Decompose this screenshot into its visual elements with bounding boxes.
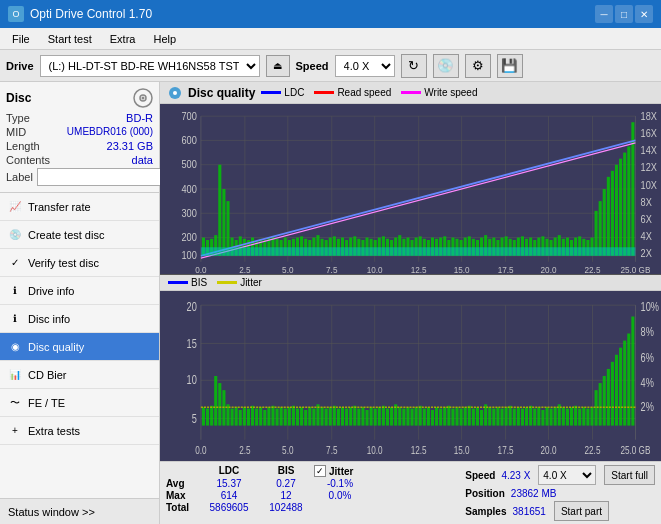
position-label: Position	[465, 488, 504, 499]
close-button[interactable]: ✕	[635, 5, 653, 23]
label-input[interactable]	[37, 168, 170, 186]
start-full-button[interactable]: Start full	[604, 465, 655, 485]
mid-label: MID	[6, 126, 26, 138]
svg-rect-288	[586, 409, 589, 426]
samples-label: Samples	[465, 506, 506, 517]
svg-text:17.5: 17.5	[498, 444, 514, 457]
svg-rect-233	[361, 407, 364, 425]
svg-rect-296	[619, 348, 622, 426]
svg-rect-154	[623, 153, 626, 256]
sidebar-item-extra-tests[interactable]: + Extra tests	[0, 417, 159, 445]
jitter-checkbox[interactable]: ✓	[314, 465, 326, 477]
sidebar-item-disc-quality[interactable]: ◉ Disc quality	[0, 333, 159, 361]
menu-extra[interactable]: Extra	[102, 31, 144, 47]
verify-disc-icon: ✓	[8, 256, 22, 270]
svg-rect-228	[341, 407, 344, 425]
svg-text:700: 700	[181, 110, 197, 122]
speed-value: 4.23 X	[501, 470, 530, 481]
type-value: BD-R	[126, 112, 153, 124]
svg-text:0.0: 0.0	[195, 264, 206, 274]
svg-rect-285	[574, 406, 577, 426]
svg-rect-269	[509, 406, 512, 426]
svg-rect-284	[570, 407, 573, 425]
sidebar-item-verify-test-disc[interactable]: ✓ Verify test disc	[0, 249, 159, 277]
svg-text:22.5: 22.5	[585, 264, 601, 274]
transfer-rate-label: Transfer rate	[28, 201, 91, 213]
svg-rect-297	[623, 341, 626, 426]
settings-button[interactable]: ⚙	[465, 54, 491, 78]
svg-rect-205	[247, 409, 250, 426]
disc-quality-icon: ◉	[8, 340, 22, 354]
svg-rect-287	[582, 407, 585, 425]
menu-file[interactable]: File	[4, 31, 38, 47]
svg-rect-257	[460, 409, 463, 426]
svg-text:12X: 12X	[641, 161, 658, 173]
main-content: Disc Type BD-R MID UMEBDR016 (000) Lengt…	[0, 82, 661, 524]
col-jitter: Jitter	[329, 466, 353, 477]
svg-rect-194	[202, 407, 205, 425]
status-window-button[interactable]: Status window >>	[0, 498, 159, 524]
svg-rect-231	[353, 406, 356, 426]
write-speed-color	[401, 91, 421, 94]
sidebar: Disc Type BD-R MID UMEBDR016 (000) Lengt…	[0, 82, 160, 524]
svg-rect-295	[615, 355, 618, 426]
menu-help[interactable]: Help	[145, 31, 184, 47]
menu-start-test[interactable]: Start test	[40, 31, 100, 47]
drive-select[interactable]: (L:) HL-DT-ST BD-RE WH16NS58 TST4	[40, 55, 260, 77]
sidebar-item-fe-te[interactable]: 〜 FE / TE	[0, 389, 159, 417]
svg-text:2.5: 2.5	[239, 264, 250, 274]
svg-rect-282	[562, 407, 565, 425]
svg-text:300: 300	[181, 207, 197, 219]
title-bar: O Opti Drive Control 1.70 ─ □ ✕	[0, 0, 661, 28]
svg-rect-153	[619, 159, 622, 256]
bis-label: BIS	[191, 277, 207, 288]
svg-point-4	[173, 91, 177, 95]
content-area: Disc quality LDC Read speed Write speed	[160, 82, 661, 524]
svg-rect-274	[529, 406, 532, 426]
svg-rect-220	[308, 407, 311, 425]
svg-rect-149	[603, 189, 606, 256]
svg-rect-209	[263, 410, 266, 426]
minimize-button[interactable]: ─	[595, 5, 613, 23]
svg-text:7.5: 7.5	[326, 264, 337, 274]
maximize-button[interactable]: □	[615, 5, 633, 23]
sidebar-item-transfer-rate[interactable]: 📈 Transfer rate	[0, 193, 159, 221]
svg-rect-289	[590, 407, 593, 425]
refresh-button[interactable]: ↻	[401, 54, 427, 78]
speed-dropdown[interactable]: 4.0 X	[538, 465, 596, 485]
svg-rect-218	[300, 407, 303, 425]
svg-rect-277	[541, 410, 544, 426]
stats-panel: LDC BIS ✓ Jitter Avg 15.37 0.27 -0.1%	[160, 461, 661, 524]
sidebar-item-cd-bier[interactable]: 📊 CD Bier	[0, 361, 159, 389]
ldc-color	[261, 91, 281, 94]
svg-text:200: 200	[181, 231, 197, 243]
total-ldc: 5869605	[200, 502, 258, 513]
svg-text:5: 5	[192, 411, 197, 425]
svg-text:12.5: 12.5	[411, 444, 427, 457]
svg-rect-262	[480, 410, 483, 426]
app-icon: O	[8, 6, 24, 22]
sidebar-item-drive-info[interactable]: ℹ Drive info	[0, 277, 159, 305]
svg-rect-246	[415, 407, 418, 425]
contents-label: Contents	[6, 154, 50, 166]
write-speed-label: Write speed	[424, 87, 477, 98]
eject-button[interactable]: ⏏	[266, 55, 290, 77]
col-ldc: LDC	[200, 465, 258, 477]
sidebar-item-disc-info[interactable]: ℹ Disc info	[0, 305, 159, 333]
svg-text:2.5: 2.5	[239, 444, 251, 457]
cd-bier-label: CD Bier	[28, 369, 67, 381]
svg-rect-55	[218, 165, 221, 256]
svg-rect-270	[513, 409, 516, 426]
save-button[interactable]: 💾	[497, 54, 523, 78]
sidebar-item-create-test-disc[interactable]: 💿 Create test disc	[0, 221, 159, 249]
start-part-button[interactable]: Start part	[554, 501, 609, 521]
disc-button[interactable]: 💿	[433, 54, 459, 78]
length-value: 23.31 GB	[107, 140, 153, 152]
svg-text:20.0: 20.0	[541, 264, 557, 274]
svg-rect-221	[312, 409, 315, 426]
svg-rect-215	[288, 407, 291, 425]
disc-panel: Disc Type BD-R MID UMEBDR016 (000) Lengt…	[0, 82, 159, 193]
svg-rect-291	[599, 383, 602, 425]
label-label: Label	[6, 171, 33, 183]
speed-select[interactable]: 4.0 X	[335, 55, 395, 77]
